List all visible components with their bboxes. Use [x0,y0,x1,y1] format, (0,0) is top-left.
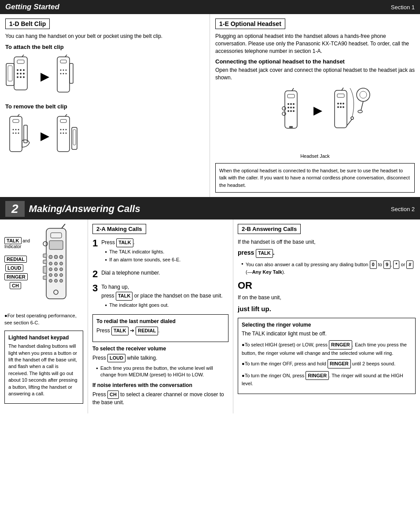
svg-point-21 [63,73,64,74]
arrow-icon: ▶ [41,71,48,83]
svg-point-3 [17,69,18,71]
phone-with-clip-svg [5,55,36,99]
svg-point-88 [55,262,58,265]
svg-point-17 [60,69,62,71]
lighted-keypad-box: Lighted handset keypad The handset diali… [4,331,83,404]
making-calls-col: 2-A Making Calls 1 Press TALK. The TALK … [88,219,233,413]
svg-point-41 [63,132,64,134]
step-1-text: Press TALK. [101,238,228,247]
svg-point-92 [60,268,63,271]
svg-line-75 [62,224,65,228]
svg-point-27 [13,129,14,130]
svg-point-89 [60,262,63,265]
svg-point-82 [59,255,63,259]
handset-diagram [35,224,83,309]
svg-point-6 [17,73,18,74]
svg-rect-78 [49,241,63,249]
receiver-title: To select the receiver volume [92,346,228,352]
svg-rect-23 [70,63,73,83]
belt-clip-title: 1-D Belt Clip [5,19,50,29]
section2-title: Making/Answering Calls [29,203,140,215]
svg-point-11 [23,76,25,78]
noise-section: If noise interferes with the conversatio… [92,382,228,406]
svg-point-56 [293,110,295,112]
headset-jack-label: Headset Jack [215,153,415,159]
svg-point-95 [60,274,63,277]
svg-point-80 [49,255,52,259]
svg-rect-43 [72,127,77,149]
svg-point-72 [360,91,367,98]
belt-clip-panel: 1-D Belt Clip You can hang the handset o… [0,14,210,197]
attach-diagram: ▶ [5,55,204,99]
redial-desc: Press TALK ➔ REDIAL. [96,327,225,335]
headset-panel: 1-E Optional Headset Plugging an optiona… [210,14,420,197]
connect-desc: Open the headset jack cover and connect … [215,67,415,82]
svg-point-53 [293,107,295,108]
talk-key-step3: TALK [116,292,133,300]
section1-label: Section 1 [391,4,415,11]
svg-point-49 [290,103,292,105]
svg-rect-36 [60,119,66,123]
loud-key: LOUD [107,354,125,362]
handset-svg [35,224,75,308]
svg-rect-60 [335,90,347,128]
svg-point-94 [55,274,58,277]
phone-clipped-svg [53,55,75,99]
svg-rect-34 [57,116,70,152]
lighted-keypad-desc: The handset dialing buttons will light w… [8,343,79,397]
headset-earpiece-svg [350,86,376,121]
receiver-desc: Press LOUD while talking. [92,354,228,362]
ringer-key-on: RINGER [306,371,329,380]
step-1: 1 Press TALK. The TALK indicator lights.… [92,238,228,264]
svg-rect-2 [17,60,24,63]
redial-key: REDIAL [136,327,158,335]
svg-line-73 [361,101,363,110]
svg-rect-47 [287,94,295,98]
headset-title: 1-E Optional Headset [215,19,285,29]
svg-point-98 [60,279,63,283]
step-3-bullet: The indicator light goes out. [105,302,228,309]
ringer-key-off: RINGER [328,359,351,368]
svg-point-31 [15,132,17,134]
step-3-num: 3 [92,283,98,293]
noise-desc: Press CH to select a clearer channel or … [92,391,228,406]
section2-header-left: 2 Making/Answering Calls [5,201,140,217]
svg-point-51 [287,107,289,108]
svg-point-18 [63,69,64,71]
ringer-high: ●To select HIGH (preset) or LOW, press R… [242,340,412,357]
svg-point-91 [55,268,58,271]
or-text: OR [238,280,416,291]
phone-with-labels: TALK and Indicator REDIAL LOUD RINGER CH [4,224,83,309]
svg-point-40 [60,132,62,134]
connect-title: Connecting the optional headset to the h… [215,58,415,65]
svg-point-66 [337,106,339,108]
svg-rect-26 [13,119,19,123]
step-3-text: To hang up, [101,283,228,291]
loud-label: LOUD [5,264,23,272]
belt-clip-intro: You can hang the handset on your belt or… [5,33,204,40]
section1-header: Getting Started Section 1 [0,0,420,14]
ringer-on: ●To turn the ringer ON, press RINGER. Th… [242,371,412,387]
svg-rect-24 [10,116,22,152]
svg-point-87 [49,262,52,265]
headset-note: When the optional headset is connected t… [215,163,415,193]
svg-point-90 [49,268,52,271]
svg-point-97 [55,279,58,283]
ringer-volume-title: Selecting the ringer volume [242,322,412,328]
section2-content: TALK and Indicator REDIAL LOUD RINGER CH [0,219,420,413]
ringer-key-high: RINGER [329,340,352,350]
svg-rect-62 [337,94,344,97]
svg-point-30 [13,132,14,134]
ringer-intro: The TALK indicator light must be off. [242,330,412,338]
step-2-content: Dial a telephone number. [101,269,228,278]
step-1-bullets: The TALK indicator lights. If an alarm t… [101,249,228,264]
svg-point-55 [290,110,292,112]
svg-rect-86 [43,276,47,279]
svg-point-19 [66,69,67,71]
step-3: 3 To hang up, press TALK or place the ha… [92,283,228,310]
svg-point-67 [340,106,342,108]
redial-arrow: ➔ [130,327,134,334]
phone-clip-removed-svg [53,114,79,158]
or-desc1: If on the base unit, [238,294,416,301]
talk-key-step1: TALK [116,238,133,247]
